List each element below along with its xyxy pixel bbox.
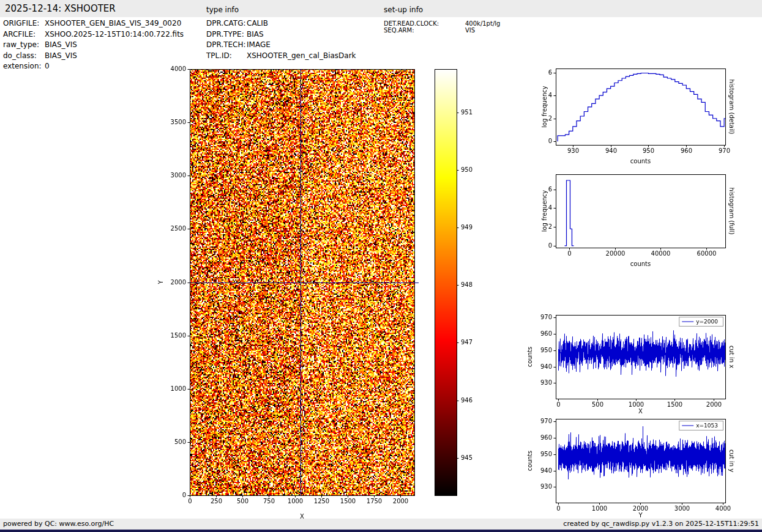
footer-bar: powered by QC: www.eso.org/HC created by…	[0, 519, 762, 530]
window-bottom-bar	[0, 530, 762, 532]
bias-image-plot	[153, 64, 441, 526]
type-info-value: BIAS	[247, 30, 264, 39]
type-info-row: DPR.TYPE:BIAS	[206, 30, 356, 41]
cut-in-x-plot	[520, 311, 748, 416]
type-info-row: DPR.TECH:IMAGE	[206, 40, 356, 51]
type-info-label: TPL.ID:	[206, 51, 247, 60]
setup-info-label: DET.READ.CLOCK:	[384, 20, 465, 27]
setup-info-value: VIS	[465, 27, 475, 34]
colorbar	[431, 64, 477, 526]
setup-info-value: 400k/1pt/lg	[465, 20, 500, 27]
type-info-label: DPR.TYPE:	[206, 30, 247, 39]
file-info-label: do_class:	[3, 51, 45, 60]
type-info-column: DPR.CATG:CALIBDPR.TYPE:BIASDPR.TECH:IMAG…	[206, 19, 356, 62]
setup-info-column: DET.READ.CLOCK:400k/1pt/lgSEQ.ARM:VIS	[384, 20, 500, 34]
setup-info-heading: set-up info	[384, 6, 423, 14]
setup-info-label: SEQ.ARM:	[384, 27, 465, 34]
footer-created-by: created by qc_rawdisp.py v1.2.3 on 2025-…	[563, 520, 759, 528]
type-info-value: IMAGE	[247, 40, 271, 49]
setup-info-row: SEQ.ARM:VIS	[384, 27, 500, 34]
histogram-full-plot	[520, 170, 748, 277]
header-bar: 2025-12-14: XSHOOTER type info set-up in…	[0, 0, 762, 17]
footer-qc-link[interactable]: powered by QC: www.eso.org/HC	[3, 520, 114, 528]
type-info-value: CALIB	[247, 19, 268, 28]
setup-info-row: DET.READ.CLOCK:400k/1pt/lg	[384, 20, 500, 27]
file-info-label: ORIGFILE:	[3, 19, 45, 28]
file-info-row: ORIGFILE:XSHOOTER_GEN_BIAS_VIS_349_0020	[3, 19, 184, 30]
cut-in-y-plot	[520, 415, 748, 519]
file-info-value: BIAS_VIS	[45, 51, 77, 60]
file-info-value: BIAS_VIS	[45, 40, 77, 49]
file-info-label: ARCFILE:	[3, 30, 45, 39]
file-info-row: raw_type:BIAS_VIS	[3, 40, 184, 51]
type-info-value: XSHOOTER_gen_cal_BiasDark	[247, 51, 356, 60]
file-info-value: XSHOO.2025-12-15T10:14:00.722.fits	[45, 30, 184, 39]
file-info-label: extension:	[3, 62, 45, 70]
type-info-label: DPR.TECH:	[206, 40, 247, 49]
file-info-value: XSHOOTER_GEN_BIAS_VIS_349_0020	[45, 19, 181, 28]
page-title: 2025-12-14: XSHOOTER	[5, 3, 116, 14]
histogram-detail-plot	[520, 64, 748, 171]
type-info-label: DPR.CATG:	[206, 19, 247, 28]
file-info-row: do_class:BIAS_VIS	[3, 51, 184, 62]
file-info-row: ARCFILE:XSHOO.2025-12-15T10:14:00.722.fi…	[3, 30, 184, 41]
type-info-heading: type info	[206, 6, 239, 14]
file-info-value: 0	[45, 62, 50, 70]
type-info-row: DPR.CATG:CALIB	[206, 19, 356, 30]
file-info-label: raw_type:	[3, 40, 45, 49]
type-info-row: TPL.ID:XSHOOTER_gen_cal_BiasDark	[206, 51, 356, 62]
